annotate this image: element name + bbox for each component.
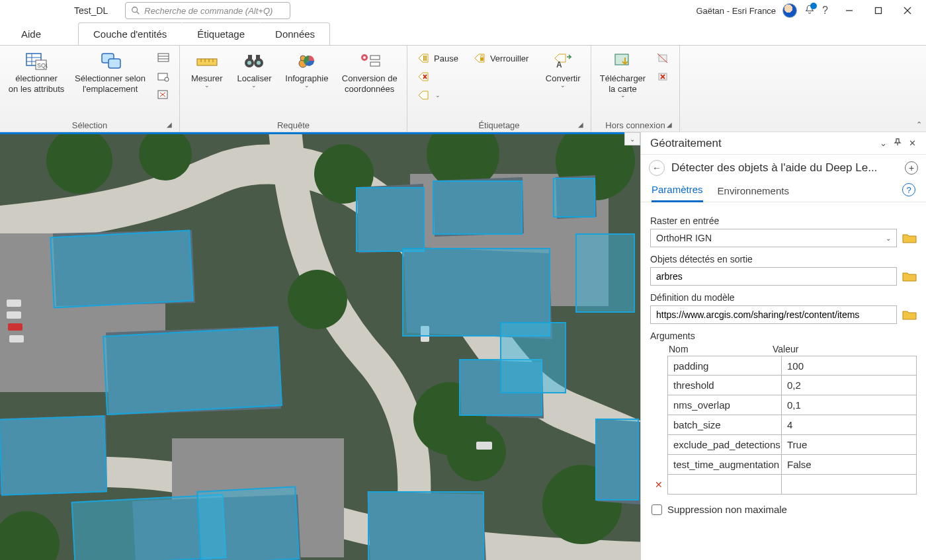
locate-button[interactable]: Localiser ⌄ — [233, 48, 276, 89]
svg-rect-31 — [248, 55, 252, 59]
svg-rect-22 — [197, 59, 217, 65]
tool-help-button[interactable]: ? — [902, 183, 915, 196]
select-by-location-button[interactable]: Sélectionner selon l'emplacement — [71, 48, 149, 94]
coord-icon — [358, 52, 381, 70]
convert-labels-button[interactable]: A Convertir ⌄ — [540, 48, 585, 89]
selection-launcher[interactable]: ◢ — [165, 121, 174, 130]
offline-small-1[interactable] — [653, 50, 674, 67]
arg-name[interactable]: test_time_augmentation — [667, 455, 781, 475]
browse-input-raster[interactable] — [902, 232, 917, 244]
infographics-button[interactable]: Infographie ⌄ — [280, 48, 333, 89]
arg-value[interactable]: False — [781, 455, 917, 475]
label-pause-button[interactable]: Pause — [413, 50, 462, 67]
arg-name-empty[interactable] — [667, 475, 781, 495]
measure-button[interactable]: Mesurer ⌄ — [185, 48, 229, 89]
notifications-button[interactable] — [804, 4, 816, 18]
svg-point-29 — [247, 61, 251, 65]
project-title: Test_DL — [74, 5, 108, 16]
label-delete-button[interactable] — [413, 68, 462, 85]
offline-launcher[interactable]: ◢ — [665, 121, 674, 130]
group-label-query: Requête — [277, 120, 310, 130]
pane-menu-button[interactable]: ⌄ — [876, 138, 890, 148]
help-button[interactable]: ? — [822, 5, 828, 17]
window-minimize[interactable] — [835, 1, 864, 20]
arg-value[interactable]: 0,1 — [781, 395, 917, 415]
svg-rect-78 — [8, 323, 22, 331]
nms-checkbox[interactable] — [652, 504, 662, 515]
arg-value-empty[interactable] — [781, 475, 917, 495]
svg-point-30 — [257, 61, 261, 65]
sync-remove-icon — [657, 71, 669, 82]
label-input-raster: Raster en entrée — [650, 216, 917, 226]
output-field[interactable] — [650, 267, 897, 286]
pane-pin-button[interactable] — [890, 138, 905, 148]
attribute-small-1[interactable] — [153, 50, 174, 67]
labeling-launcher[interactable]: ◢ — [576, 121, 585, 130]
browse-output[interactable] — [902, 270, 917, 282]
notification-dot-icon — [810, 3, 817, 9]
attribute-small-2[interactable] — [153, 68, 174, 85]
svg-rect-79 — [9, 335, 24, 342]
command-search[interactable]: Recherche de commande (Alt+Q) — [125, 2, 290, 19]
col-header-value: Valeur — [773, 344, 798, 354]
svg-rect-14 — [158, 54, 169, 61]
svg-text:SQL: SQL — [37, 62, 48, 69]
ribbon-collapse-button[interactable]: ⌃ — [916, 120, 922, 129]
arg-name[interactable]: threshold — [667, 376, 781, 395]
remove-row-button[interactable]: ✕ — [650, 475, 667, 495]
tab-data[interactable]: Données — [260, 22, 330, 45]
ribbon: SQL électionner on les attributs Sélecti… — [0, 45, 926, 132]
tab-help[interactable]: Aide — [9, 23, 53, 45]
map-view[interactable]: ⌄ — [0, 132, 640, 560]
download-map-button[interactable]: Télécharger la carte ⌄ — [597, 48, 649, 99]
tool-back-button[interactable]: ← — [649, 160, 665, 176]
tab-labeling[interactable]: Étiquetage — [182, 22, 260, 45]
arg-value[interactable]: 100 — [781, 356, 917, 376]
svg-rect-77 — [7, 311, 21, 319]
label-more-button[interactable]: ⌄ — [413, 87, 462, 104]
infographic-icon — [296, 52, 318, 70]
group-label-offline: Hors connexion — [605, 120, 665, 130]
group-label-selection: Sélection — [72, 120, 107, 130]
select-by-attributes-button[interactable]: SQL électionner on les attributs — [5, 48, 67, 94]
input-raster-combo[interactable]: OrthoHR IGN⌄ — [650, 229, 897, 247]
geoprocessing-pane: Géotraitement ⌄ ✕ ← Détecter des objets … — [640, 132, 926, 560]
browse-model[interactable] — [902, 309, 917, 321]
label-delete-icon — [417, 71, 429, 82]
subtab-parameters[interactable]: Paramètres — [652, 180, 703, 202]
tool-title: Détecter des objets à l'aide du Deep Le.… — [671, 161, 898, 175]
detection-box — [553, 178, 595, 218]
detection-box — [196, 486, 300, 560]
model-definition-field[interactable] — [650, 305, 897, 324]
svg-rect-13 — [108, 59, 120, 68]
avatar[interactable] — [782, 3, 797, 18]
ruler-icon — [196, 52, 218, 69]
pane-close-button[interactable]: ✕ — [905, 138, 919, 148]
offline-small-2[interactable] — [653, 68, 674, 85]
coord-conversion-button[interactable]: Conversion de coordonnées — [337, 48, 401, 94]
window-close[interactable] — [893, 1, 922, 20]
label-model: Définition du modèle — [650, 292, 917, 303]
arg-name[interactable]: batch_size — [667, 415, 781, 435]
tab-feature-layer[interactable]: Couche d'entités — [78, 22, 182, 45]
arg-name[interactable]: padding — [667, 356, 781, 376]
detection-box — [433, 180, 523, 235]
svg-rect-81 — [476, 442, 492, 450]
tool-add-button[interactable]: + — [905, 161, 918, 175]
map-options-button[interactable]: ⌄ — [624, 132, 640, 145]
arg-value[interactable]: 4 — [781, 415, 917, 435]
label-lock-button[interactable]: Verrouiller — [469, 50, 533, 67]
svg-text:A: A — [556, 60, 562, 69]
attribute-small-3[interactable] — [153, 87, 174, 104]
label-lock-icon — [474, 53, 485, 63]
window-maximize[interactable] — [864, 1, 893, 20]
svg-rect-32 — [256, 55, 260, 59]
arg-value[interactable]: 0,2 — [781, 376, 917, 395]
arg-value[interactable]: True — [781, 435, 917, 455]
svg-rect-3 — [876, 8, 882, 14]
arg-name[interactable]: exclude_pad_detections — [667, 435, 781, 455]
arg-name[interactable]: nms_overlap — [667, 395, 781, 415]
subtab-environments[interactable]: Environnements — [718, 181, 789, 202]
user-area: Gaëtan - Esri France ? — [696, 3, 828, 18]
svg-line-1 — [137, 12, 140, 15]
